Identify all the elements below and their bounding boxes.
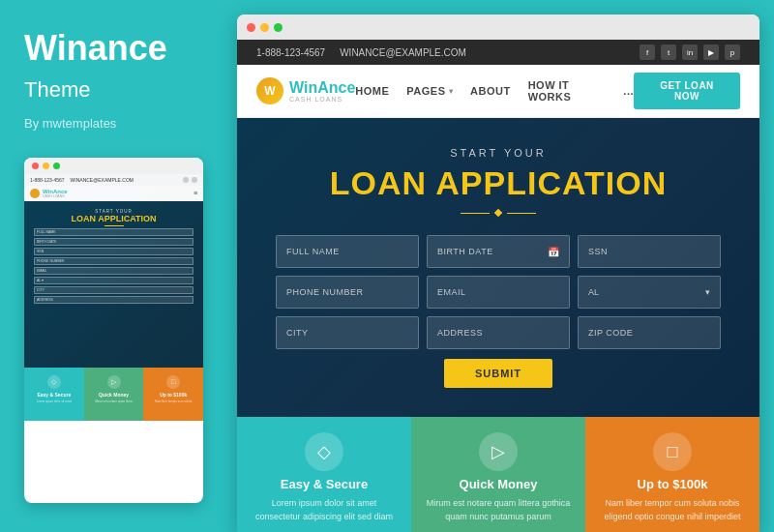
get-loan-button[interactable]: GET LOAN NOW — [634, 73, 740, 109]
secure-icon: ◇ — [305, 432, 343, 471]
email-input[interactable]: EMAIL — [427, 276, 570, 309]
mini-input-city: CITY — [34, 286, 194, 294]
topbar-email: WINANCE@EXAMPLE.COM — [340, 47, 466, 58]
mini-topbar: 1-888-123-4567 WINANCE@EXAMPLE.COM — [24, 174, 203, 186]
hero-title: LOAN APPLICATION — [276, 164, 721, 202]
feature-card-100k: □ Up to $100k Nam liber tempor cum solut… — [585, 417, 759, 532]
loan-application-form: FULL NAME BIRTH DATE 📅 SSN PHONE NUMBER … — [276, 235, 721, 388]
main-browser: 1-888-123-4567 WINANCE@EXAMPLE.COM f t i… — [237, 15, 759, 532]
mini-card-title-2: Quick Money — [99, 392, 129, 398]
main-minimize-dot — [260, 23, 269, 32]
mini-browser: 1-888-123-4567 WINANCE@EXAMPLE.COM WinAn… — [24, 158, 203, 503]
nav-how-it-works[interactable]: HOW IT WORKS — [528, 79, 607, 103]
mini-social-icon — [183, 177, 189, 183]
mini-100k-icon: □ — [166, 375, 180, 389]
100k-icon: □ — [653, 432, 692, 471]
submit-button[interactable]: SUBMIT — [444, 359, 552, 388]
calendar-icon: 📅 — [548, 247, 560, 257]
social-facebook-icon[interactable]: f — [640, 44, 655, 60]
nav-pages[interactable]: PAGES ▾ — [406, 85, 453, 97]
phone-input[interactable]: PHONE NUMBER — [276, 276, 419, 309]
mini-form-row-6: AL ▾ — [30, 277, 197, 284]
address-input[interactable]: ADDRESS — [427, 316, 570, 349]
mini-card-easy: ◇ Easy & Secure Lorem ipsum dolor sit am… — [24, 368, 84, 421]
feature-card-quick: ▷ Quick Money Mirum est notare quam litt… — [411, 417, 585, 532]
mini-hero: START YOUR LOAN APPLICATION FULL NAME BI… — [24, 201, 203, 314]
mini-navbar: WinAnce CASH LOANS ≡ — [24, 186, 203, 201]
mini-form-row-3: SSN — [30, 248, 197, 255]
logo-tagline: CASH LOANS — [289, 96, 355, 103]
site-hero: START YOUR LOAN APPLICATION FULL NAME BI… — [237, 118, 759, 417]
pages-chevron-icon: ▾ — [449, 87, 454, 96]
mini-content: 1-888-123-4567 WINANCE@EXAMPLE.COM WinAn… — [24, 174, 203, 368]
logo-icon: W — [256, 77, 283, 104]
theme-author: By mwtemplates — [24, 116, 203, 131]
mini-secure-icon: ◇ — [47, 375, 61, 389]
social-pinterest-icon[interactable]: p — [725, 44, 740, 60]
mini-form-row-7: CITY — [30, 286, 197, 294]
mini-card-title-3: Up to $100k — [160, 392, 187, 398]
mini-form-row-8: ADDRESS — [30, 296, 197, 304]
main-browser-content: 1-888-123-4567 WINANCE@EXAMPLE.COM f t i… — [237, 40, 759, 532]
divider-line-left — [461, 213, 490, 214]
feature-cards: ◇ Easy & Secure Lorem ipsum dolor sit am… — [237, 417, 759, 532]
form-row-3: CITY ADDRESS ZIP CODE — [276, 316, 721, 349]
form-row-1: FULL NAME BIRTH DATE 📅 SSN — [276, 235, 721, 268]
topbar-phone: 1-888-123-4567 — [256, 47, 325, 58]
mini-input-ssn: SSN — [34, 248, 194, 255]
mini-input-state: AL ▾ — [34, 277, 194, 284]
form-row-2: PHONE NUMBER EMAIL AL ▾ — [276, 276, 721, 309]
mini-form-row-2: BIRTH DATE — [30, 238, 197, 246]
feature-card-easy: ◇ Easy & Secure Lorem ipsum dolor sit am… — [237, 417, 411, 532]
mini-card-title-1: Easy & Secure — [37, 392, 71, 398]
mini-form-row-5: EMAIL — [30, 267, 197, 275]
mini-logo-tagline: CASH LOANS — [43, 194, 68, 198]
mini-form-row-1: FULL NAME — [30, 228, 197, 236]
mini-maximize-dot — [53, 163, 60, 169]
social-linkedin-icon[interactable]: in — [682, 44, 698, 60]
mini-hamburger-icon: ≡ — [194, 190, 197, 196]
zipcode-input[interactable]: ZIP CODE — [578, 316, 721, 349]
logo-name: WinAnce — [289, 80, 355, 96]
city-input[interactable]: CITY — [276, 316, 419, 349]
quick-money-icon: ▷ — [479, 432, 518, 471]
main-browser-bar — [237, 15, 759, 40]
site-nav-links: HOME PAGES ▾ ABOUT HOW IT WORKS ... — [355, 79, 634, 103]
feature-title-quick: Quick Money — [460, 477, 538, 491]
site-topbar: 1-888-123-4567 WINANCE@EXAMPLE.COM f t i… — [237, 40, 759, 65]
birthdate-input[interactable]: BIRTH DATE 📅 — [427, 235, 570, 268]
fullname-input[interactable]: FULL NAME — [276, 235, 419, 268]
state-select[interactable]: AL ▾ — [578, 276, 721, 309]
mini-phone: 1-888-123-4567 — [30, 177, 65, 183]
social-youtube-icon[interactable]: ▶ — [703, 44, 719, 60]
main-close-dot — [247, 23, 255, 32]
nav-home[interactable]: HOME — [355, 85, 389, 97]
hero-divider — [276, 210, 721, 216]
mini-input-birthdate: BIRTH DATE — [34, 238, 194, 246]
mini-logo: WinAnce CASH LOANS — [30, 189, 68, 198]
social-twitter-icon[interactable]: t — [661, 44, 676, 60]
mini-card-quick: ▷ Quick Money Mirum est notare quam lite… — [84, 368, 144, 421]
mini-card-text-3: Nam liber tempor cum soluta — [155, 400, 192, 404]
nav-about[interactable]: ABOUT — [470, 85, 511, 97]
mini-card-text-1: Lorem ipsum dolor sit amet — [37, 400, 72, 404]
mini-hero-title: LOAN APPLICATION — [30, 214, 197, 224]
mini-browser-bar — [24, 158, 203, 174]
nav-more[interactable]: ... — [623, 85, 634, 97]
mini-card-text-2: Mirum est notare quam litera — [95, 400, 132, 404]
site-navbar: W WinAnce CASH LOANS HOME PAGES ▾ ABOUT … — [237, 65, 759, 118]
mini-logo-icon — [30, 189, 40, 198]
mini-hero-divider — [104, 225, 124, 226]
mini-card-100k: □ Up to $100k Nam liber tempor cum solut… — [143, 368, 203, 421]
mini-logo-name: WinAnce — [43, 189, 68, 194]
select-chevron-icon: ▾ — [705, 287, 710, 297]
feature-text-easy: Lorem ipsum dolor sit amet consectetur a… — [251, 497, 398, 523]
site-logo[interactable]: W WinAnce CASH LOANS — [256, 77, 355, 104]
feature-text-100k: Nam liber tempor cum soluta nobis eligen… — [599, 497, 746, 523]
mini-feature-cards: ◇ Easy & Secure Lorem ipsum dolor sit am… — [24, 368, 203, 421]
theme-subtitle: Theme — [24, 77, 203, 103]
theme-title: Winance — [24, 29, 203, 68]
left-panel: Winance Theme By mwtemplates 1-888-123-4… — [0, 0, 227, 532]
ssn-input[interactable]: SSN — [578, 235, 721, 268]
mini-input-fullname: FULL NAME — [34, 228, 194, 236]
